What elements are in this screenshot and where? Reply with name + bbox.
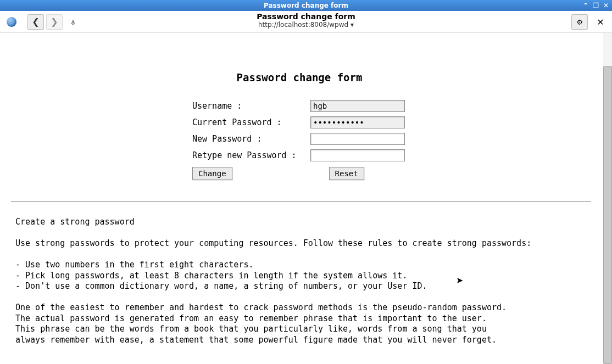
label-username: Username : bbox=[192, 101, 310, 111]
form-title: Password change form bbox=[192, 71, 407, 83]
input-username[interactable] bbox=[310, 100, 405, 112]
help-heading: Create a strong password bbox=[15, 217, 135, 227]
label-retype-password: Retype new Password : bbox=[192, 150, 310, 160]
page-url[interactable]: http://localhost:8008/wpwd ▾ bbox=[0, 21, 612, 29]
scrollbar[interactable] bbox=[603, 33, 612, 364]
settings-button[interactable]: ⚙ bbox=[571, 14, 588, 30]
window-minimize-icon[interactable]: ⌃ bbox=[583, 2, 588, 9]
address-area: Password change form http://localhost:80… bbox=[0, 12, 612, 29]
help-text: Create a strong password Use strong pass… bbox=[15, 217, 590, 345]
window-titlebar: Password change form ⌃ ❐ ✕ bbox=[0, 0, 612, 11]
bookmark-icon: ⎀ bbox=[71, 18, 75, 26]
input-new-password[interactable] bbox=[310, 133, 405, 145]
chevron-right-icon: ❯ bbox=[51, 16, 58, 27]
reset-button[interactable]: Reset bbox=[329, 167, 364, 180]
window-close-icon[interactable]: ✕ bbox=[603, 2, 609, 9]
window-title: Password change form bbox=[264, 2, 348, 9]
row-username: Username : bbox=[192, 100, 522, 112]
page-title: Password change form bbox=[0, 12, 612, 21]
row-retype-password: Retype new Password : bbox=[192, 149, 522, 161]
separator bbox=[11, 201, 591, 201]
row-current-password: Current Password : bbox=[192, 116, 522, 128]
forward-button: ❯ bbox=[46, 14, 63, 30]
close-icon: ✕ bbox=[597, 17, 604, 27]
browser-toolbar: ❮ ❯ ⎀ Password change form http://localh… bbox=[0, 11, 612, 33]
input-retype-password[interactable] bbox=[310, 149, 405, 161]
help-paragraph: One of the easiest to remember and harde… bbox=[15, 303, 507, 345]
change-button[interactable]: Change bbox=[192, 167, 232, 180]
home-button[interactable] bbox=[3, 14, 20, 30]
help-rule: - Use two numbers in the first eight cha… bbox=[15, 260, 253, 270]
label-new-password: New Password : bbox=[192, 134, 310, 144]
help-rule: - Pick long passwords, at least 8 charac… bbox=[15, 271, 407, 281]
bookmark-button[interactable]: ⎀ bbox=[65, 14, 81, 30]
help-intro: Use strong passwords to protect your com… bbox=[15, 238, 531, 248]
input-current-password[interactable] bbox=[310, 116, 405, 128]
window-restore-icon[interactable]: ❐ bbox=[593, 2, 599, 9]
help-rule: - Don't use a common dictionary word, a … bbox=[15, 281, 427, 291]
gear-icon: ⚙ bbox=[576, 18, 583, 26]
chevron-left-icon: ❮ bbox=[32, 16, 39, 27]
back-button[interactable]: ❮ bbox=[27, 14, 44, 30]
tab-close-button[interactable]: ✕ bbox=[592, 14, 609, 30]
globe-icon bbox=[7, 17, 16, 27]
label-current-password: Current Password : bbox=[192, 117, 310, 127]
password-change-form: Password change form Username : Current … bbox=[99, 71, 522, 180]
scroll-thumb[interactable] bbox=[603, 66, 612, 364]
row-new-password: New Password : bbox=[192, 133, 522, 145]
